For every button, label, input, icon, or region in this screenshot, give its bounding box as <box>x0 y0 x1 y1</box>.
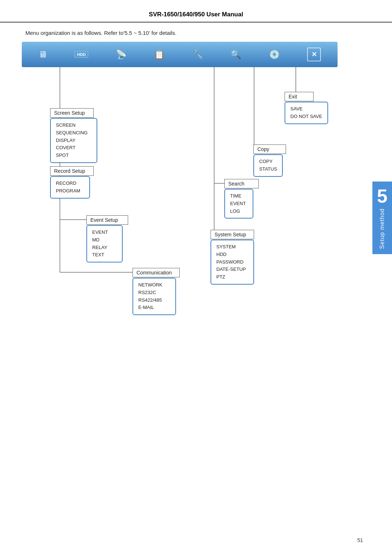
comm-item-2: RS232C <box>138 289 170 297</box>
search-item-3: LOG <box>230 208 248 215</box>
screen-setup-sub: SCREEN SEQUENCING DISPLAY COVERT SPOT <box>50 118 97 163</box>
chapter-number: 5 <box>377 187 388 205</box>
communication-box: Communication <box>132 268 180 277</box>
clipboard-icon: 📋 <box>154 49 165 60</box>
exit-box: Exit <box>285 92 314 101</box>
side-tab: 5 Setup method <box>372 182 392 254</box>
search-item-2: EVENT <box>230 200 248 208</box>
magnify-icon: 🔍 <box>230 49 241 60</box>
monitor-icon: 🖥 <box>38 49 47 60</box>
comm-item-1: NETWORK <box>138 281 170 289</box>
search-sub: TIME EVENT LOG <box>224 189 253 219</box>
screen-item-5: SPOT <box>56 152 91 159</box>
chapter-label: Setup method <box>379 208 385 249</box>
event-item-2: MD <box>92 236 117 244</box>
search-box: Search <box>224 179 259 188</box>
search-label: Search <box>228 181 244 187</box>
page-header: SVR-1650/1640/950 User Manual <box>0 11 392 23</box>
search-item-1: TIME <box>230 192 248 200</box>
system-setup-sub: SYSTEM HDD PASSWORD DATE-SETUP PTZ <box>211 240 254 285</box>
screen-item-1: SCREEN <box>56 122 91 129</box>
exit-label: Exit <box>289 94 297 99</box>
event-item-1: EVENT <box>92 229 117 236</box>
close-box-icon: ✕ <box>307 48 321 61</box>
exit-sub: SAVE DO NOT SAVE <box>285 102 328 124</box>
communication-label: Communication <box>136 270 172 276</box>
system-item-5: PTZ <box>216 273 248 281</box>
event-item-3: RELAY <box>92 244 117 252</box>
system-item-4: DATE-SETUP <box>216 266 248 273</box>
screen-item-3: DISPLAY <box>56 137 91 144</box>
event-setup-label: Event Setup <box>90 217 118 223</box>
copy-box: Copy <box>253 144 286 154</box>
wrench-icon: 🔧 <box>192 49 203 60</box>
exit-item-2: DO NOT SAVE <box>290 113 322 121</box>
hdd-icon: HDD <box>74 51 88 58</box>
disc-icon: 💿 <box>269 49 280 60</box>
event-item-4: TEXT <box>92 251 117 259</box>
page-title: SVR-1650/1640/950 User Manual <box>149 11 243 18</box>
system-setup-label: System Setup <box>215 232 246 237</box>
copy-label: Copy <box>257 146 269 152</box>
system-setup-box: System Setup <box>211 230 254 239</box>
communication-sub: NETWORK RS232C RS422/485 E-MAIL <box>132 278 176 315</box>
record-setup-box: Record Setup <box>50 166 94 176</box>
record-item-1: RECORD <box>56 180 84 187</box>
comm-item-3: RS422/485 <box>138 297 170 304</box>
page-number: 51 <box>357 537 363 543</box>
exit-item-1: SAVE <box>290 105 322 113</box>
page-footer: 51 <box>357 537 363 543</box>
diagram-container: 🖥 HDD 📡 📋 🔧 🔍 💿 ✕ Screen Setup SCREEN SE… <box>22 42 348 423</box>
camera-icon: 📡 <box>116 49 127 60</box>
menu-bar: 🖥 HDD 📡 📋 🔧 🔍 💿 ✕ <box>22 42 338 67</box>
screen-setup-box: Screen Setup <box>50 108 94 118</box>
comm-item-4: E-MAIL <box>138 304 170 311</box>
copy-item-1: COPY <box>259 158 277 166</box>
system-item-2: HDD <box>216 251 248 258</box>
record-setup-sub: RECORD PROGRAM <box>50 176 90 199</box>
system-item-3: PASSWORD <box>216 258 248 266</box>
event-setup-box: Event Setup <box>86 215 128 225</box>
intro-text: Menu organization is as follows. Refer t… <box>25 30 176 36</box>
record-setup-label: Record Setup <box>54 168 85 174</box>
copy-item-2: STATUS <box>259 166 277 173</box>
screen-item-4: COVERT <box>56 144 91 152</box>
record-item-2: PROGRAM <box>56 187 84 195</box>
event-setup-sub: EVENT MD RELAY TEXT <box>86 225 123 262</box>
copy-sub: COPY STATUS <box>253 154 283 177</box>
screen-setup-label: Screen Setup <box>54 110 85 116</box>
screen-item-2: SEQUENCING <box>56 129 91 137</box>
system-item-1: SYSTEM <box>216 243 248 251</box>
